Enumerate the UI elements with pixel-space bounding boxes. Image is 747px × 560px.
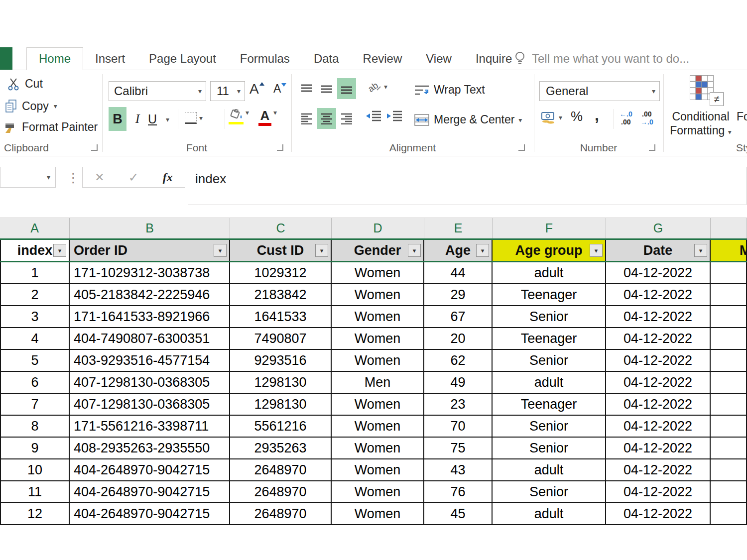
cell[interactable]: 12 xyxy=(0,503,70,524)
cell[interactable]: Senior xyxy=(493,416,606,437)
decrease-indent-button[interactable] xyxy=(365,110,382,122)
copy-button[interactable]: Copy ▾ xyxy=(5,99,57,113)
column-letter-F[interactable]: F xyxy=(493,218,606,238)
cell[interactable]: 04-12-2022 xyxy=(606,459,711,480)
cell[interactable]: 2648970 xyxy=(230,459,332,480)
increase-decimal-button[interactable]: ←.0 .00 xyxy=(620,110,632,126)
cell[interactable]: Women xyxy=(332,350,424,371)
cell[interactable]: 2648970 xyxy=(230,481,332,502)
cell[interactable]: 9293516 xyxy=(230,350,332,371)
filter-button[interactable]: ▾ xyxy=(53,244,66,257)
tell-me-box[interactable]: Tell me what you want to do... xyxy=(514,47,689,70)
cell[interactable]: Women xyxy=(332,503,424,524)
tab-home[interactable]: Home xyxy=(26,47,83,70)
cell[interactable]: 7490807 xyxy=(230,328,332,349)
column-letter-B[interactable]: B xyxy=(70,218,230,238)
header-cell-date[interactable]: Date▾ xyxy=(606,240,711,261)
cell[interactable]: 2 xyxy=(0,284,70,305)
cell[interactable]: 45 xyxy=(424,503,493,524)
filter-button[interactable]: ▾ xyxy=(476,244,489,257)
cell[interactable] xyxy=(711,416,747,437)
cell[interactable]: 1298130 xyxy=(230,372,332,393)
cell[interactable] xyxy=(711,306,747,327)
cell[interactable]: 04-12-2022 xyxy=(606,394,711,415)
filter-button[interactable]: ▾ xyxy=(214,244,227,257)
cell[interactable]: adult xyxy=(493,262,606,283)
header-cell-index[interactable]: index▾ xyxy=(0,240,70,261)
cell[interactable]: 404-2648970-9042715 xyxy=(70,481,230,502)
cell[interactable]: 3 xyxy=(0,306,70,327)
cell[interactable]: 04-12-2022 xyxy=(606,350,711,371)
cell[interactable]: 04-12-2022 xyxy=(606,481,711,502)
cell[interactable] xyxy=(711,262,747,283)
cancel-icon[interactable]: ✕ xyxy=(95,171,104,184)
cell[interactable]: Women xyxy=(332,438,424,458)
column-letter-G[interactable]: G xyxy=(606,218,711,238)
cell[interactable]: 2183842 xyxy=(230,284,332,305)
cell[interactable]: 403-9293516-4577154 xyxy=(70,350,230,371)
cell[interactable]: Women xyxy=(332,481,424,502)
header-cell-order-id[interactable]: Order ID▾ xyxy=(70,240,230,261)
cell[interactable]: 70 xyxy=(424,416,493,437)
cell[interactable]: Teenager xyxy=(493,284,606,305)
cell[interactable]: 76 xyxy=(424,481,493,502)
cell[interactable]: 23 xyxy=(424,394,493,415)
cell[interactable]: Women xyxy=(332,459,424,480)
merge-center-button[interactable]: Merge & Center ▾ xyxy=(414,113,522,126)
cell[interactable]: Women xyxy=(332,394,424,415)
column-letter-E[interactable]: E xyxy=(424,218,493,238)
cell[interactable]: 1 xyxy=(0,262,70,283)
underline-button[interactable]: U xyxy=(148,107,157,131)
tab-review[interactable]: Review xyxy=(351,47,414,70)
number-dialog-launcher[interactable] xyxy=(649,144,655,151)
cell[interactable]: 171-1029312-3038738 xyxy=(70,262,230,283)
cell[interactable]: 04-12-2022 xyxy=(606,503,711,524)
cell[interactable]: 10 xyxy=(0,459,70,480)
cell[interactable] xyxy=(711,481,747,502)
cell[interactable]: 04-12-2022 xyxy=(606,284,711,305)
cell[interactable]: Women xyxy=(332,416,424,437)
header-cell-age-group[interactable]: Age group▾ xyxy=(493,240,606,261)
header-cell-age[interactable]: Age▾ xyxy=(424,240,493,261)
enter-icon[interactable]: ✓ xyxy=(128,170,139,185)
font-name-combo[interactable]: Calibri ▾ xyxy=(109,81,206,101)
cut-button[interactable]: Cut xyxy=(7,77,43,91)
center-button[interactable] xyxy=(317,108,336,129)
cell[interactable]: 04-12-2022 xyxy=(606,438,711,458)
cell[interactable]: 5 xyxy=(0,350,70,371)
cell[interactable]: 67 xyxy=(424,306,493,327)
cell[interactable] xyxy=(711,372,747,393)
cell[interactable] xyxy=(711,328,747,349)
bottom-align-button[interactable] xyxy=(337,78,356,99)
cell[interactable]: Senior xyxy=(493,438,606,458)
cell[interactable] xyxy=(711,284,747,305)
cell[interactable]: 404-2648970-9042715 xyxy=(70,503,230,524)
tab-insert[interactable]: Insert xyxy=(83,47,137,70)
cell[interactable] xyxy=(711,394,747,415)
insert-function-icon[interactable]: fx xyxy=(163,171,173,184)
bold-button[interactable]: B xyxy=(109,107,126,131)
formula-bar-grip[interactable]: ⋮ xyxy=(67,170,80,186)
underline-dropdown[interactable]: ▾ xyxy=(166,116,169,123)
cell[interactable]: 171-5561216-3398711 xyxy=(70,416,230,437)
cell[interactable]: 29 xyxy=(424,284,493,305)
format-as-table-button-partial[interactable]: Fo xyxy=(737,110,747,123)
cell[interactable]: 405-2183842-2225946 xyxy=(70,284,230,305)
cell[interactable]: adult xyxy=(493,372,606,393)
cell[interactable]: 49 xyxy=(424,372,493,393)
column-letter-C[interactable]: C xyxy=(230,218,332,238)
cell[interactable]: 171-1641533-8921966 xyxy=(70,306,230,327)
cell[interactable]: 44 xyxy=(424,262,493,283)
column-letter-A[interactable]: A xyxy=(0,218,70,238)
cell[interactable]: 1641533 xyxy=(230,306,332,327)
cell[interactable]: 1029312 xyxy=(230,262,332,283)
decrease-decimal-button[interactable]: .00 →.0 xyxy=(640,110,653,126)
header-cell-m[interactable]: M xyxy=(711,240,747,261)
cell[interactable]: 11 xyxy=(0,481,70,502)
cell[interactable]: Senior xyxy=(493,481,606,502)
font-size-combo[interactable]: 11 ▾ xyxy=(210,81,245,101)
cell[interactable]: 04-12-2022 xyxy=(606,262,711,283)
percent-style-button[interactable]: % xyxy=(571,109,583,124)
cell[interactable]: 04-12-2022 xyxy=(606,416,711,437)
name-box[interactable]: ▾ xyxy=(0,167,56,188)
